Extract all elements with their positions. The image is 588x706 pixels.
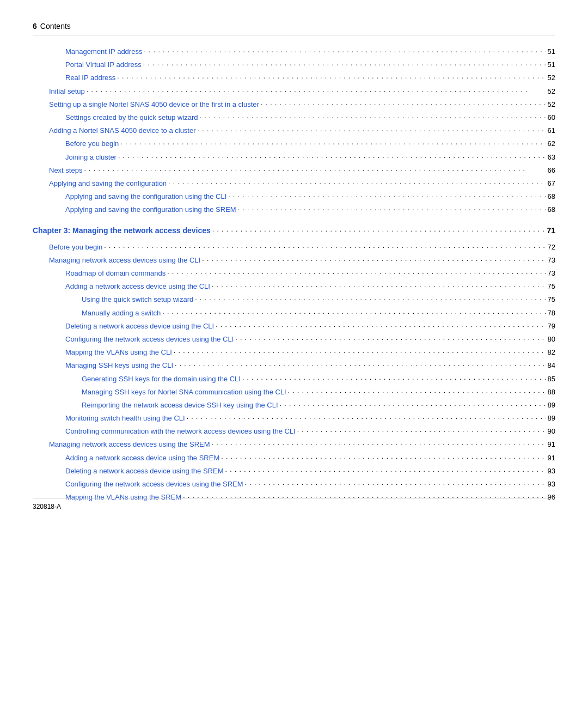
toc-link[interactable]: Adding a network access device using the… xyxy=(65,453,219,464)
toc-entry: Controlling communication with the netwo… xyxy=(33,426,555,437)
toc-link[interactable]: Portal Virtual IP address xyxy=(65,59,142,71)
toc-entry: Configuring the network access devices u… xyxy=(33,334,555,345)
toc-link[interactable]: Adding a Nortel SNAS 4050 device to a cl… xyxy=(49,125,196,137)
toc-entry: Before you begin62 xyxy=(33,138,555,150)
toc-link[interactable]: Real IP address xyxy=(65,72,115,84)
toc-entry: Applying and saving the configuration67 xyxy=(33,178,555,190)
page-header-title: Contents xyxy=(40,22,71,31)
footer-text: 320818-A xyxy=(33,503,61,510)
toc-dots xyxy=(212,224,546,235)
toc-entry: Real IP address52 xyxy=(33,72,555,84)
toc-entry: Management IP address51 xyxy=(33,46,555,58)
toc-dots xyxy=(175,359,546,370)
toc-page-number: 61 xyxy=(548,125,555,137)
page-number-label: 6 xyxy=(33,22,37,31)
toc-link[interactable]: Settings created by the quick setup wiza… xyxy=(65,112,198,124)
toc-entry: Portal Virtual IP address51 xyxy=(33,59,555,71)
toc-dots xyxy=(187,412,546,423)
toc-link[interactable]: Joining a cluster xyxy=(65,152,117,163)
toc-entry: Managing SSH keys for Nortel SNA communi… xyxy=(33,387,555,398)
toc-link[interactable]: Mapping the VLANs using the CLI xyxy=(65,347,172,358)
toc-dots xyxy=(118,151,546,162)
toc-entry: Adding a network access device using the… xyxy=(33,281,555,293)
toc-page-number: 72 xyxy=(548,242,555,253)
toc-page-number: 80 xyxy=(548,334,555,345)
toc-dots xyxy=(195,293,546,304)
toc-dots xyxy=(242,373,546,384)
toc-page-number: 52 xyxy=(548,86,555,98)
toc-link[interactable]: Using the quick switch setup wizard xyxy=(82,294,193,306)
toc-entry: Adding a network access device using the… xyxy=(33,453,555,464)
toc-entry: Mapping the VLANs using the CLI82 xyxy=(33,347,555,358)
toc-link[interactable]: Initial setup xyxy=(49,86,85,98)
toc-link[interactable]: Managing SSH keys using the CLI xyxy=(65,360,173,372)
toc-link[interactable]: Management IP address xyxy=(65,46,142,58)
toc-link[interactable]: Managing network access devices using th… xyxy=(49,439,210,451)
toc-link[interactable]: Deleting a network access device using t… xyxy=(65,321,214,332)
toc-page-number: 78 xyxy=(548,308,555,319)
toc-entry: Applying and saving the configuration us… xyxy=(33,191,555,203)
toc-dots xyxy=(167,267,546,278)
footer: 320818-A xyxy=(33,498,555,510)
toc-chapter-link[interactable]: Chapter 3: Managing the network access d… xyxy=(33,224,211,236)
toc-dots xyxy=(144,45,546,56)
toc-dots xyxy=(117,71,546,82)
toc-dots xyxy=(228,190,546,201)
toc-entry: Managing network access devices using th… xyxy=(33,439,555,451)
toc-chapter-entry: Chapter 3: Managing the network access d… xyxy=(33,224,555,237)
toc-link[interactable]: Next steps xyxy=(49,165,82,176)
toc-entry: Reimporting the network access device SS… xyxy=(33,400,555,411)
toc-entry: Deleting a network access device using t… xyxy=(33,321,555,332)
toc-page-number: 60 xyxy=(548,112,555,124)
toc-dots xyxy=(84,164,546,175)
toc-link[interactable]: Deleting a network access device using t… xyxy=(65,466,223,477)
toc-entry: Roadmap of domain commands73 xyxy=(33,268,555,279)
toc-page-number: 89 xyxy=(548,413,555,424)
toc-entry: Monitoring switch health using the CLI89 xyxy=(33,413,555,424)
toc-dots xyxy=(221,452,546,462)
toc-page-number: 89 xyxy=(548,400,555,411)
toc-dots xyxy=(198,124,546,135)
toc-link[interactable]: Adding a network access device using the… xyxy=(65,281,210,293)
toc-page-number: 75 xyxy=(548,281,555,293)
toc-entry: Adding a Nortel SNAS 4050 device to a cl… xyxy=(33,125,555,137)
toc-link[interactable]: Generating SSH keys for the domain using… xyxy=(82,374,241,385)
toc-link[interactable]: Managing network access devices using th… xyxy=(49,255,200,266)
toc-page-number: 88 xyxy=(548,387,555,398)
toc-page-number: 82 xyxy=(548,347,555,358)
toc-dots xyxy=(143,58,546,69)
toc-link[interactable]: Controlling communication with the netwo… xyxy=(65,426,296,437)
toc-link[interactable]: Configuring the network access devices u… xyxy=(65,334,234,345)
toc-dots xyxy=(212,438,546,449)
toc-link[interactable]: Monitoring switch health using the CLI xyxy=(65,413,185,424)
toc-link[interactable]: Applying and saving the configuration us… xyxy=(65,204,236,216)
toc-dots xyxy=(235,333,546,344)
toc-link[interactable]: Applying and saving the configuration xyxy=(49,178,167,190)
toc-page-number: 73 xyxy=(548,268,555,279)
toc-dots xyxy=(225,465,546,476)
toc-link[interactable]: Before you begin xyxy=(49,242,102,253)
toc-dots xyxy=(288,386,546,397)
toc-entry: Managing network access devices using th… xyxy=(33,255,555,266)
toc-entry: Applying and saving the configuration us… xyxy=(33,204,555,216)
toc-page-number: 52 xyxy=(548,99,555,111)
toc-page-number: 68 xyxy=(548,191,555,203)
toc-link[interactable]: Configuring the network access devices u… xyxy=(65,479,243,490)
toc-container: Management IP address51Portal Virtual IP… xyxy=(33,46,555,503)
toc-link[interactable]: Managing SSH keys for Nortel SNA communi… xyxy=(82,387,286,398)
toc-link[interactable]: Roadmap of domain commands xyxy=(65,268,166,279)
page-header: 6 Contents xyxy=(33,22,555,35)
toc-link[interactable]: Setting up a single Nortel SNAS 4050 dev… xyxy=(49,99,259,111)
toc-entry: Setting up a single Nortel SNAS 4050 dev… xyxy=(33,99,555,111)
toc-page-number: 51 xyxy=(548,59,555,71)
toc-link[interactable]: Manually adding a switch xyxy=(82,308,161,319)
toc-link[interactable]: Reimporting the network access device SS… xyxy=(82,400,278,411)
toc-dots xyxy=(297,425,546,436)
toc-page-number: 52 xyxy=(548,72,555,84)
toc-link[interactable]: Before you begin xyxy=(65,138,119,150)
toc-page-number: 91 xyxy=(548,439,555,451)
toc-dots xyxy=(212,280,546,291)
toc-page-number: 91 xyxy=(548,453,555,464)
page: 6 Contents Management IP address51Portal… xyxy=(0,0,588,527)
toc-link[interactable]: Applying and saving the configuration us… xyxy=(65,191,226,203)
